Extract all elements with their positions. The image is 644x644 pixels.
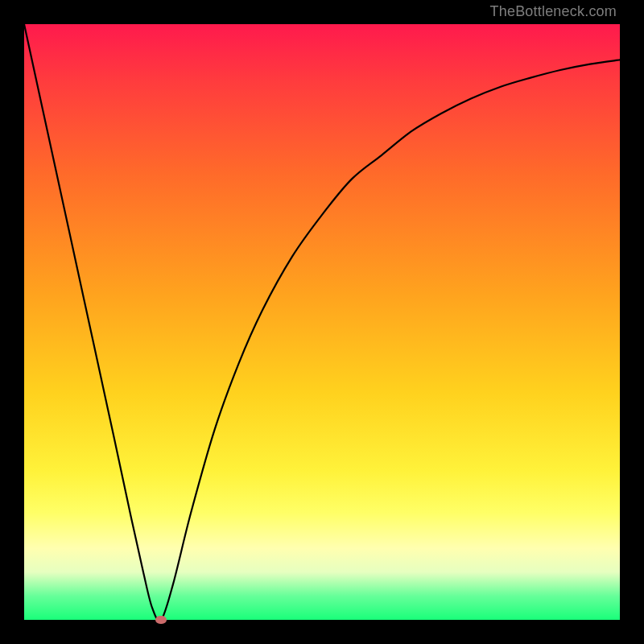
chart-frame: TheBottleneck.com: [0, 0, 644, 644]
plot-area: [24, 24, 620, 620]
bottleneck-curve: [24, 24, 620, 620]
optimal-point-marker: [155, 616, 167, 624]
curve-svg: [24, 24, 620, 620]
watermark-text: TheBottleneck.com: [490, 3, 617, 20]
